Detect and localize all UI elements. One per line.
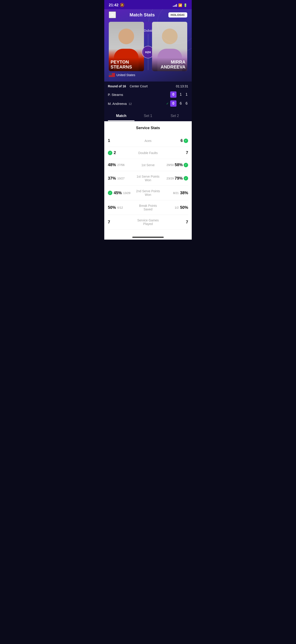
fsp-right: 23/29 79% ✓ — [160, 176, 188, 181]
player1-face — [118, 28, 134, 44]
player2-winner-check: ✓ — [166, 102, 169, 105]
aces-value-right: 6 — [180, 138, 183, 143]
status-time: 21:42 — [109, 3, 118, 8]
df-value-right: 7 — [186, 150, 188, 155]
sg-right: 7 — [160, 220, 188, 224]
player1-flag-icon — [109, 73, 115, 77]
ssp-winner-check-left: ✓ — [108, 191, 112, 195]
player1-card: PEYTON STEARNS United States — [109, 22, 144, 77]
status-bar: 21:42 🔕 📶 🔋 — [104, 0, 192, 9]
player1-country: United States — [109, 73, 144, 77]
header: × Match Stats HOLOGIC PEYTON STEARNS — [104, 9, 192, 82]
fs-label: 1st Serve — [136, 163, 160, 167]
aces-left: 1 — [108, 138, 136, 143]
aces-winner-check: ✓ — [184, 138, 188, 143]
wifi-icon: 📶 — [178, 3, 182, 7]
sg-label: Service Games Played — [136, 218, 160, 226]
player2-current-set: 0 — [170, 100, 176, 107]
stat-row-aces: 1 Aces 6 ✓ — [108, 135, 188, 147]
stat-row-1st-serve: 48% 27/56 1st Serve 29/50 58% ✓ — [108, 159, 188, 171]
battery-icon: 🔋 — [183, 3, 187, 7]
ssp-pct-right: 38% — [180, 191, 188, 195]
score-row-player1: P. Stearns 0 1 1 — [108, 90, 188, 99]
player1-current-set: 0 — [170, 92, 176, 98]
fsp-label: 1st Serve Points Won — [136, 175, 160, 182]
aces-right: 6 ✓ — [160, 138, 188, 143]
player2-name: MIRRA ANDREEVA — [154, 60, 185, 70]
fs-ratio-left: 27/56 — [117, 163, 125, 166]
player1-name-overlay: PEYTON STEARNS — [109, 58, 144, 71]
center-section: Dubai H2H — [144, 22, 152, 77]
player1-photo: PEYTON STEARNS — [109, 22, 144, 71]
player1-set1: 1 — [179, 92, 182, 96]
tab-set2[interactable]: Set 2 — [161, 111, 188, 121]
stats-section: Service Stats 1 Aces 6 ✓ ✓ 2 Double Faul… — [104, 121, 192, 234]
sg-value-right: 7 — [186, 220, 188, 224]
signal-bars-icon — [173, 4, 177, 7]
bp-right: 1/2 50% — [160, 205, 188, 210]
stat-row-service-games: 7 Service Games Played 7 — [108, 215, 188, 230]
fsp-left: 37% 10/27 — [108, 176, 136, 181]
ssp-left: ✓ 45% 13/29 — [108, 191, 136, 195]
aces-label: Aces — [136, 139, 160, 142]
player1-name: PEYTON STEARNS — [111, 60, 142, 70]
player2-face — [162, 28, 178, 44]
score-player2-name: M. Andreeva 12 — [108, 102, 166, 106]
df-value-left: 2 — [114, 150, 116, 155]
player2-card: MIRRA ANDREEVA — [152, 22, 187, 77]
fsp-winner-check: ✓ — [184, 176, 188, 180]
home-indicator — [104, 234, 192, 240]
ssp-ratio-left: 13/29 — [123, 191, 131, 195]
df-winner-check: ✓ — [108, 151, 112, 155]
fs-pct-left: 48% — [108, 162, 116, 167]
close-button[interactable]: × — [109, 12, 116, 18]
tab-set1[interactable]: Set 1 — [135, 111, 161, 121]
fs-right: 29/50 58% ✓ — [160, 162, 188, 167]
match-duration: 01:13:31 — [176, 84, 188, 88]
stat-row-break-pts: 50% 6/12 Break Points Saved 1/2 50% — [108, 200, 188, 215]
fsp-pct-right: 79% — [175, 176, 183, 181]
stat-row-double-faults: ✓ 2 Double Faults 7 — [108, 147, 188, 159]
ssp-label: 2nd Serve Points Won — [136, 189, 160, 196]
players-section: PEYTON STEARNS United States Dubai H2H — [109, 22, 187, 82]
player2-set2: 6 — [185, 102, 188, 106]
player1-scores: 0 1 1 — [170, 92, 188, 98]
match-info: Round of 16 Center Court 01:13:31 — [108, 84, 188, 88]
tabs-bar: Match Set 1 Set 2 — [104, 111, 192, 121]
stat-row-1st-serve-pts: 37% 10/27 1st Serve Points Won 23/29 79%… — [108, 171, 188, 186]
player2-name-overlay: MIRRA ANDREEVA — [152, 58, 187, 71]
ssp-pct-left: 45% — [114, 191, 122, 195]
stat-row-2nd-serve-pts: ✓ 45% 13/29 2nd Serve Points Won 8/21 38… — [108, 186, 188, 200]
mute-icon: 🔕 — [120, 3, 125, 8]
fs-winner-check: ✓ — [184, 163, 188, 167]
bp-left: 50% 6/12 — [108, 205, 136, 210]
player2-photo: MIRRA ANDREEVA — [152, 22, 187, 71]
bp-label: Break Points Saved — [136, 204, 160, 211]
fs-left: 48% 27/56 — [108, 162, 136, 167]
sg-left: 7 — [108, 220, 136, 224]
bp-pct-right: 50% — [180, 205, 188, 210]
ssp-right: 8/21 38% — [160, 191, 188, 195]
bp-ratio-left: 6/12 — [117, 206, 123, 209]
score-player1-name: P. Stearns — [108, 93, 170, 96]
fsp-ratio-right: 23/29 — [166, 177, 174, 180]
scoreboard: Round of 16 Center Court 01:13:31 P. Ste… — [104, 82, 192, 111]
player2-seed: 12 — [129, 102, 132, 106]
df-label: Double Faults — [136, 151, 160, 155]
match-court: Center Court — [130, 84, 148, 88]
tab-match[interactable]: Match — [108, 111, 135, 121]
h2h-line: H2H — [148, 34, 148, 70]
match-round: Round of 16 — [108, 84, 126, 88]
bp-pct-left: 50% — [108, 205, 116, 210]
bp-ratio-right: 1/2 — [175, 206, 179, 209]
player2-scores: 0 6 6 — [170, 100, 188, 107]
status-icons: 📶 🔋 — [173, 3, 187, 7]
sponsor-logo: HOLOGIC — [168, 12, 187, 18]
fsp-pct-left: 37% — [108, 176, 116, 181]
match-location: Dubai — [144, 29, 152, 32]
fsp-ratio-left: 10/27 — [117, 177, 125, 180]
df-left: ✓ 2 — [108, 150, 136, 155]
score-row-player2: M. Andreeva 12 ✓ 0 6 6 — [108, 99, 188, 108]
player2-set1: 6 — [179, 102, 182, 106]
sg-value-left: 7 — [108, 220, 110, 224]
